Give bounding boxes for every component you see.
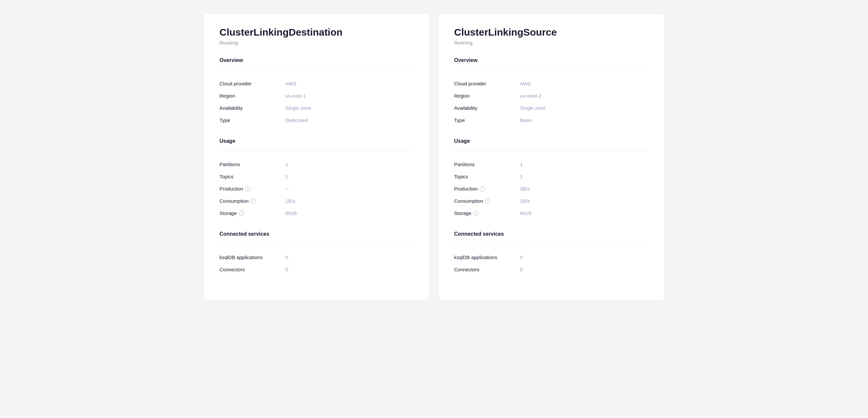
label-topics: Topics bbox=[454, 174, 520, 179]
info-icon: i bbox=[250, 199, 256, 204]
table-row: Availability Single zone bbox=[454, 102, 649, 114]
label-partitions: Partitions bbox=[219, 161, 285, 167]
info-icon: i bbox=[485, 199, 490, 204]
value-connectors: 0 bbox=[285, 267, 414, 272]
label-availability: Availability bbox=[219, 105, 285, 111]
info-icon: i bbox=[473, 211, 479, 216]
value-ksqldb: 0 bbox=[520, 255, 649, 260]
label-region: Region bbox=[219, 93, 285, 98]
value-type: Basic bbox=[520, 117, 649, 123]
table-row: Partitions 1 bbox=[454, 158, 649, 171]
value-availability: Single zone bbox=[520, 105, 649, 111]
table-row: Production i -- bbox=[219, 183, 414, 195]
divider bbox=[454, 69, 649, 69]
info-icon: i bbox=[245, 186, 250, 191]
label-storage: Storage i bbox=[219, 210, 285, 216]
source-connected-heading: Connected services bbox=[454, 231, 649, 237]
value-production: -- bbox=[285, 186, 414, 191]
table-row: Topics 1 bbox=[219, 171, 414, 183]
table-row: Connectors 0 bbox=[454, 263, 649, 276]
label-production: Production i bbox=[454, 186, 520, 191]
table-row: Connectors 0 bbox=[219, 263, 414, 276]
divider bbox=[219, 69, 414, 69]
destination-connected-heading: Connected services bbox=[219, 231, 414, 237]
divider bbox=[454, 243, 649, 243]
table-row: Partitions 1 bbox=[219, 158, 414, 171]
label-availability: Availability bbox=[454, 105, 520, 111]
divider bbox=[219, 150, 414, 150]
value-cloud-provider: AWS bbox=[520, 81, 649, 86]
source-usage-section: Usage Partitions 1 Topics 1 Production i… bbox=[454, 138, 649, 219]
divider bbox=[219, 243, 414, 243]
value-type: Dedicated bbox=[285, 117, 414, 123]
destination-connected-section: Connected services ksqlDB applications 0… bbox=[219, 231, 414, 276]
source-status: Running bbox=[454, 40, 649, 46]
divider bbox=[454, 150, 649, 150]
info-icon: i bbox=[239, 211, 244, 216]
table-row: Production i 0B/s bbox=[454, 183, 649, 195]
label-type: Type bbox=[454, 117, 520, 123]
destination-status: Running bbox=[219, 40, 414, 46]
table-row: Cloud provider AWS bbox=[454, 78, 649, 90]
label-topics: Topics bbox=[219, 174, 285, 179]
value-ksqldb: 0 bbox=[285, 255, 414, 260]
table-row: Consumption i 1B/s bbox=[454, 195, 649, 207]
value-partitions: 1 bbox=[285, 161, 414, 167]
destination-title: ClusterLinkingDestination bbox=[219, 27, 414, 38]
table-row: Storage i 691B bbox=[454, 207, 649, 219]
label-consumption: Consumption i bbox=[219, 198, 285, 204]
table-row: ksqlDB applications 0 bbox=[454, 251, 649, 263]
source-overview-heading: Overview bbox=[454, 57, 649, 63]
value-cloud-provider: AWS bbox=[285, 81, 414, 86]
source-title: ClusterLinkingSource bbox=[454, 27, 649, 38]
destination-overview-section: Overview Cloud provider AWS Region us-ea… bbox=[219, 57, 414, 126]
label-ksqldb: ksqlDB applications bbox=[219, 255, 285, 260]
value-region: us-east-1 bbox=[285, 93, 414, 98]
value-topics: 1 bbox=[285, 174, 414, 179]
value-consumption: 1B/s bbox=[285, 198, 414, 204]
value-topics: 1 bbox=[520, 174, 649, 179]
value-storage: 691B bbox=[520, 210, 649, 216]
label-consumption: Consumption i bbox=[454, 198, 520, 204]
destination-usage-heading: Usage bbox=[219, 138, 414, 144]
label-production: Production i bbox=[219, 186, 285, 191]
destination-usage-section: Usage Partitions 1 Topics 1 Production i… bbox=[219, 138, 414, 219]
label-cloud-provider: Cloud provider bbox=[454, 81, 520, 86]
table-row: Cloud provider AWS bbox=[219, 78, 414, 90]
label-region: Region bbox=[454, 93, 520, 98]
label-ksqldb: ksqlDB applications bbox=[454, 255, 520, 260]
destination-overview-heading: Overview bbox=[219, 57, 414, 63]
source-card: ClusterLinkingSource Running Overview Cl… bbox=[438, 13, 665, 301]
value-connectors: 0 bbox=[520, 267, 649, 272]
value-production: 0B/s bbox=[520, 186, 649, 191]
label-partitions: Partitions bbox=[454, 161, 520, 167]
value-region: us-west-2 bbox=[520, 93, 649, 98]
value-consumption: 1B/s bbox=[520, 198, 649, 204]
info-icon: i bbox=[480, 186, 485, 191]
value-availability: Single zone bbox=[285, 105, 414, 111]
table-row: Region us-west-2 bbox=[454, 90, 649, 102]
source-overview-section: Overview Cloud provider AWS Region us-we… bbox=[454, 57, 649, 126]
table-row: Type Basic bbox=[454, 114, 649, 126]
table-row: Topics 1 bbox=[454, 171, 649, 183]
destination-card: ClusterLinkingDestination Running Overvi… bbox=[203, 13, 430, 301]
table-row: Storage i 691B bbox=[219, 207, 414, 219]
table-row: Type Dedicated bbox=[219, 114, 414, 126]
table-row: Availability Single zone bbox=[219, 102, 414, 114]
source-usage-heading: Usage bbox=[454, 138, 649, 144]
label-connectors: Connectors bbox=[219, 267, 285, 272]
table-row: Consumption i 1B/s bbox=[219, 195, 414, 207]
label-storage: Storage i bbox=[454, 210, 520, 216]
table-row: ksqlDB applications 0 bbox=[219, 251, 414, 263]
table-row: Region us-east-1 bbox=[219, 90, 414, 102]
label-cloud-provider: Cloud provider bbox=[219, 81, 285, 86]
label-connectors: Connectors bbox=[454, 267, 520, 272]
value-storage: 691B bbox=[285, 210, 414, 216]
cards-container: ClusterLinkingDestination Running Overvi… bbox=[203, 13, 665, 301]
value-partitions: 1 bbox=[520, 161, 649, 167]
source-connected-section: Connected services ksqlDB applications 0… bbox=[454, 231, 649, 276]
label-type: Type bbox=[219, 117, 285, 123]
